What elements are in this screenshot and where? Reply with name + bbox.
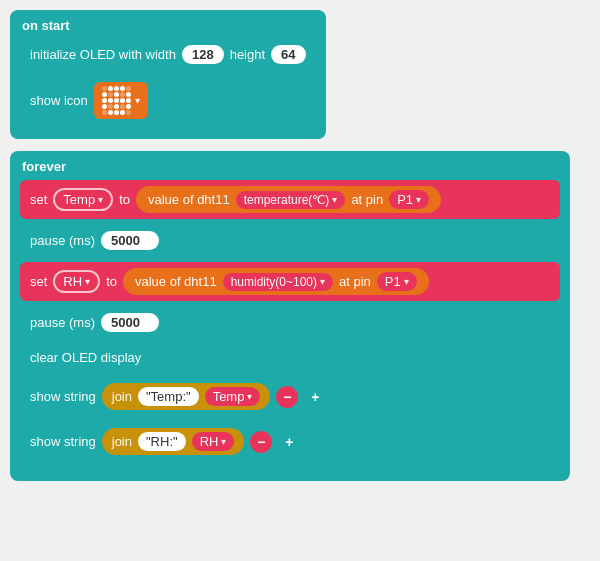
dht-temp-block: value of dht11 temperature(℃) ▾ at pin P… — [136, 186, 441, 213]
set-temp-label: set — [30, 192, 47, 207]
join-rh-block: join "RH:" RH ▾ — [102, 428, 245, 455]
to-text-2: to — [106, 274, 117, 289]
temp-string-value[interactable]: "Temp:" — [138, 387, 199, 406]
rh-pin-value: P1 — [385, 274, 401, 289]
icon-grid — [102, 86, 131, 115]
pause-block-2: pause (ms) 5000 ▾ — [20, 307, 560, 338]
temp-sensor-arrow: ▾ — [332, 194, 337, 205]
show-icon-text: show icon — [30, 93, 88, 108]
temperature-dropdown[interactable]: temperature(℃) ▾ — [236, 191, 346, 209]
at-pin-text-2: at pin — [339, 274, 371, 289]
rh-pin-dropdown[interactable]: P1 ▾ — [377, 272, 417, 291]
show-string-text-2: show string — [30, 434, 96, 449]
temp-join-var-name: Temp — [213, 389, 245, 404]
dht-rh-block: value of dht11 humidity(0~100) ▾ at pin … — [123, 268, 429, 295]
rh-minus-button[interactable]: − — [250, 431, 272, 453]
pause-value-1: 5000 — [111, 233, 140, 248]
init-oled-block: initialize OLED with width 128 height 64 — [20, 39, 316, 70]
set-rh-label: set — [30, 274, 47, 289]
rh-join-var[interactable]: RH ▾ — [192, 432, 235, 451]
at-pin-text-1: at pin — [351, 192, 383, 207]
width-value[interactable]: 128 — [182, 45, 224, 64]
pause-text-2: pause (ms) — [30, 315, 95, 330]
temp-minus-button[interactable]: − — [276, 386, 298, 408]
temp-pin-dropdown[interactable]: P1 ▾ — [389, 190, 429, 209]
pause-arrow-2: ▾ — [144, 317, 149, 328]
on-start-label: on start — [20, 18, 316, 33]
pause-input-2[interactable]: 5000 ▾ — [101, 313, 159, 332]
temp-join-var[interactable]: Temp ▾ — [205, 387, 261, 406]
show-icon-block: show icon ▾ — [20, 76, 316, 125]
rh-join-var-name: RH — [200, 434, 219, 449]
set-temp-block: set Temp ▾ to value of dht11 temperature… — [20, 180, 560, 219]
init-text: initialize OLED with width — [30, 47, 176, 62]
temp-var-name: Temp — [63, 192, 95, 207]
temp-var-arrow: ▾ — [98, 194, 103, 205]
temp-plus-button[interactable]: + — [304, 386, 326, 408]
rh-string-value[interactable]: "RH:" — [138, 432, 186, 451]
temp-join-arrow: ▾ — [247, 391, 252, 402]
join-temp-block: join "Temp:" Temp ▾ — [102, 383, 271, 410]
humidity-sensor-label: humidity(0~100) — [231, 275, 317, 289]
temp-pin-value: P1 — [397, 192, 413, 207]
show-string-temp-block: show string join "Temp:" Temp ▾ − + — [20, 377, 560, 416]
clear-text: clear OLED display — [30, 350, 141, 365]
height-value[interactable]: 64 — [271, 45, 305, 64]
humidity-sensor-arrow: ▾ — [320, 276, 325, 287]
temp-var-pill[interactable]: Temp ▾ — [53, 188, 113, 211]
temp-pin-arrow: ▾ — [416, 194, 421, 205]
forever-block: forever set Temp ▾ to value of dht11 tem… — [10, 151, 570, 481]
join-label-1: join — [112, 389, 132, 404]
rh-plus-button[interactable]: + — [278, 431, 300, 453]
dht-text-2: value of dht11 — [135, 274, 217, 289]
temp-sensor-label: temperature(℃) — [244, 193, 330, 207]
pause-text-1: pause (ms) — [30, 233, 95, 248]
pause-value-2: 5000 — [111, 315, 140, 330]
set-rh-block: set RH ▾ to value of dht11 humidity(0~10… — [20, 262, 560, 301]
pause-block-1: pause (ms) 5000 ▾ — [20, 225, 560, 256]
on-start-block: on start initialize OLED with width 128 … — [10, 10, 326, 139]
rh-var-pill[interactable]: RH ▾ — [53, 270, 100, 293]
rh-join-arrow: ▾ — [221, 436, 226, 447]
height-label: height — [230, 47, 265, 62]
rh-var-arrow: ▾ — [85, 276, 90, 287]
rh-pin-arrow: ▾ — [404, 276, 409, 287]
to-text-1: to — [119, 192, 130, 207]
forever-label: forever — [20, 159, 560, 174]
join-label-2: join — [112, 434, 132, 449]
icon-dropdown-arrow: ▾ — [135, 95, 140, 106]
show-string-text-1: show string — [30, 389, 96, 404]
pause-input-1[interactable]: 5000 ▾ — [101, 231, 159, 250]
pause-arrow-1: ▾ — [144, 235, 149, 246]
rh-var-name: RH — [63, 274, 82, 289]
dht-text-1: value of dht11 — [148, 192, 230, 207]
icon-grid-button[interactable]: ▾ — [94, 82, 148, 119]
show-string-rh-block: show string join "RH:" RH ▾ − + — [20, 422, 560, 461]
clear-oled-block: clear OLED display — [20, 344, 560, 371]
humidity-dropdown[interactable]: humidity(0~100) ▾ — [223, 273, 333, 291]
